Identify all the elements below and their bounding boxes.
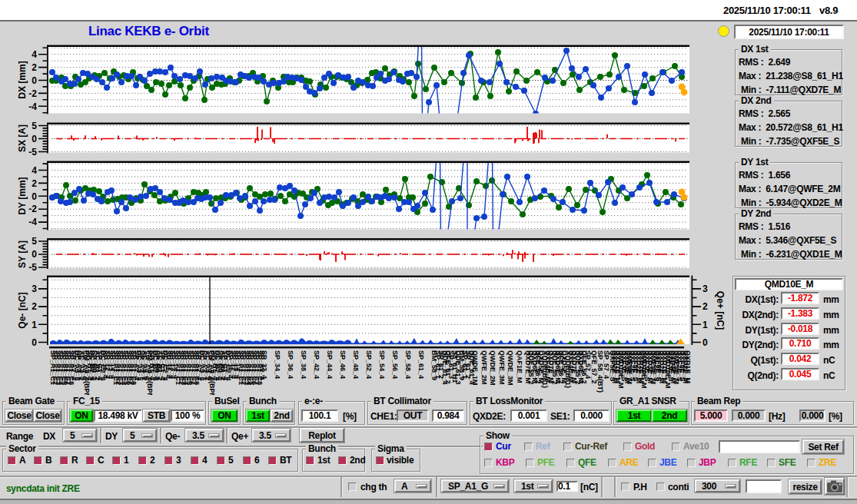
svg-text:2: 2 — [32, 301, 37, 312]
svg-text:0: 0 — [32, 191, 37, 202]
svg-text:SP_42_4: SP_42_4 — [313, 350, 321, 379]
svg-text:4: 4 — [32, 49, 37, 60]
svg-text:SP_38_4: SP_38_4 — [300, 350, 307, 379]
svg-text:1: 1 — [32, 320, 37, 330]
svg-text:DY [mm]: DY [mm] — [17, 177, 28, 214]
svg-text:-2: -2 — [28, 204, 37, 214]
svg-text:SP_34_4: SP_34_4 — [274, 350, 281, 379]
svg-text:SP_56_4: SP_56_4 — [391, 350, 399, 379]
svg-text:2: 2 — [32, 62, 37, 73]
svg-text:SP_44_4: SP_44_4 — [326, 350, 334, 379]
svg-text:0: 0 — [32, 75, 37, 86]
svg-text:QXD1E_M: QXD1E_M — [684, 350, 692, 383]
svg-text:-5: -5 — [28, 147, 37, 158]
svg-text:-4: -4 — [28, 101, 37, 112]
svg-text:SP_48_4: SP_48_4 — [352, 350, 360, 379]
svg-text:-4: -4 — [28, 217, 37, 227]
svg-text:-2: -2 — [28, 88, 37, 99]
svg-text:3: 3 — [32, 284, 37, 294]
svg-text:-5: -5 — [28, 262, 37, 273]
svg-text:QWDE_2M: QWDE_2M — [489, 350, 497, 386]
svg-text:SP_54_4: SP_54_4 — [378, 350, 386, 379]
svg-text:DX [mm]: DX [mm] — [17, 61, 28, 98]
svg-text:SY [A]: SY [A] — [17, 240, 28, 268]
svg-text:Qe+ [nC]: Qe+ [nC] — [715, 291, 726, 330]
svg-text:5: 5 — [32, 236, 37, 247]
svg-text:4: 4 — [32, 165, 37, 176]
svg-text:2: 2 — [32, 178, 37, 189]
svg-text:QWDE_1M: QWDE_1M — [471, 350, 479, 386]
svg-text:0: 0 — [32, 337, 37, 348]
svg-text:QAF1E_M: QAF1E_M — [516, 350, 523, 383]
svg-text:SP_58_4: SP_58_4 — [404, 350, 412, 379]
svg-text:0: 0 — [32, 249, 37, 260]
svg-text:0: 0 — [703, 337, 708, 348]
svg-text:0: 0 — [32, 134, 37, 144]
svg-text:QWFE_3M: QWFE_3M — [498, 350, 506, 385]
svg-text:SX [A]: SX [A] — [17, 124, 28, 152]
svg-text:Qe- [nC]: Qe- [nC] — [17, 292, 28, 328]
svg-text:2: 2 — [703, 301, 708, 312]
svg-text:SP_52_4: SP_52_4 — [365, 350, 373, 379]
svg-text:SP_61_4: SP_61_4 — [417, 350, 425, 379]
svg-text:3: 3 — [703, 284, 708, 294]
svg-text:5: 5 — [32, 121, 37, 131]
svg-text:SP_46_4: SP_46_4 — [339, 350, 347, 379]
svg-text:SP_32_4: SP_32_4 — [261, 350, 268, 379]
svg-text:QWDE_3M: QWDE_3M — [507, 350, 514, 386]
svg-text:1: 1 — [703, 320, 708, 330]
svg-text:QWFE_2M: QWFE_2M — [480, 350, 488, 385]
svg-text:SP_36_4: SP_36_4 — [287, 350, 294, 379]
